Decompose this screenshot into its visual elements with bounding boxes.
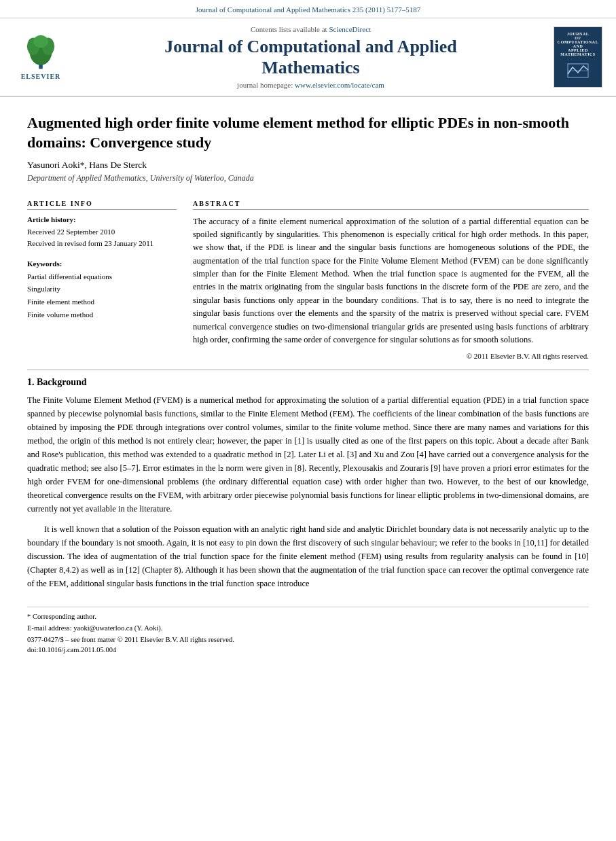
keyword-1: Partial differential equations (27, 270, 177, 283)
paper-affiliation: Department of Applied Mathematics, Unive… (27, 173, 589, 183)
background-paragraph-2: It is well known that a solution of the … (27, 522, 589, 590)
abstract-text: The accuracy of a finite element numeric… (193, 215, 589, 347)
keyword-2: Singularity (27, 283, 177, 296)
abstract-copyright: © 2011 Elsevier B.V. All rights reserved… (193, 352, 589, 360)
footnote-doi: doi:10.1016/j.cam.2011.05.004 (27, 646, 589, 654)
journal-title-center: Contents lists available at ScienceDirec… (76, 25, 545, 89)
history-revised: Received in revised form 23 January 2011 (27, 238, 177, 250)
paper-authors: Yasunori Aoki*, Hans De Sterck (27, 160, 589, 171)
elsevier-logo: ELSEVIER (14, 34, 68, 80)
footnote-copyright-notice: 0377-0427/$ – see front matter © 2011 El… (27, 634, 589, 646)
history-label: Article history: (27, 215, 177, 223)
sciencedirect-link[interactable]: ScienceDirect (329, 25, 371, 33)
paper-title: Augmented high order finite volume eleme… (27, 113, 589, 152)
elsevier-label: ELSEVIER (21, 73, 61, 80)
article-history: Article history: Received 22 September 2… (27, 215, 177, 250)
top-bar: Journal of Computational and Applied Mat… (0, 0, 616, 18)
footnote-email: E-mail address: yaoki@uwaterloo.ca (Y. A… (27, 623, 589, 634)
contents-line: Contents lists available at ScienceDirec… (76, 25, 545, 33)
journal-reference-link[interactable]: Journal of Computational and Applied Mat… (196, 5, 420, 14)
article-info-column: Article Info Article history: Received 2… (27, 200, 177, 361)
history-received: Received 22 September 2010 (27, 226, 177, 238)
abstract-heading: Abstract (193, 200, 589, 210)
elsevier-tree-icon (20, 34, 61, 71)
background-section: 1. Background The Finite Volume Element … (0, 370, 616, 604)
abstract-column: Abstract The accuracy of a finite elemen… (193, 200, 589, 361)
journal-header: ELSEVIER Contents lists available at Sci… (0, 18, 616, 97)
keyword-3: Finite element method (27, 296, 177, 308)
keywords-section: Keywords: Partial differential equations… (27, 260, 177, 321)
paper-title-section: Augmented high order finite volume eleme… (0, 97, 616, 192)
footnote-section: * Corresponding author. E-mail address: … (27, 607, 589, 653)
background-paragraph-1: The Finite Volume Element Method (FVEM) … (27, 393, 589, 516)
svg-point-4 (33, 35, 48, 48)
keyword-4: Finite volume method (27, 308, 177, 321)
article-info-heading: Article Info (27, 200, 177, 210)
footnote-corresponding: * Corresponding author. (27, 611, 589, 623)
background-section-title: 1. Background (27, 377, 589, 388)
keywords-label: Keywords: (27, 260, 177, 268)
journal-name: Journal of Computational and Applied Mat… (76, 36, 545, 78)
homepage-link[interactable]: www.elsevier.com/locate/cam (295, 81, 384, 89)
journal-cover-image: JOURNALOF COMPUTATIONAL ANDAPPLIEDMATHEM… (554, 26, 602, 88)
two-column-section: Article Info Article history: Received 2… (0, 193, 616, 361)
journal-homepage: journal homepage: www.elsevier.com/locat… (76, 81, 545, 89)
